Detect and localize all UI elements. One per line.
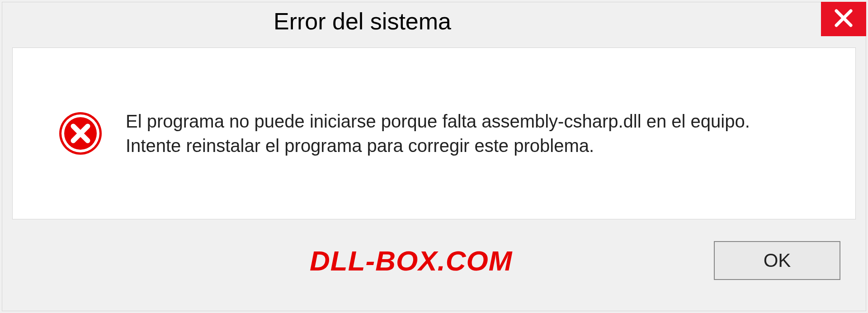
ok-button[interactable]: OK [714,241,840,280]
content-area: El programa no puede iniciarse porque fa… [12,47,856,219]
error-dialog: Error del sistema El programa no puede i… [2,2,866,311]
watermark-text: DLL-BOX.COM [20,245,512,277]
close-button[interactable] [821,2,866,36]
titlebar: Error del sistema [2,2,866,43]
error-icon [58,111,103,156]
close-icon [833,7,854,31]
footer-area: DLL-BOX.COM OK [2,219,866,280]
dialog-title: Error del sistema [2,2,451,35]
error-message: El programa no puede iniciarse porque fa… [126,109,837,158]
ok-button-label: OK [764,250,791,271]
